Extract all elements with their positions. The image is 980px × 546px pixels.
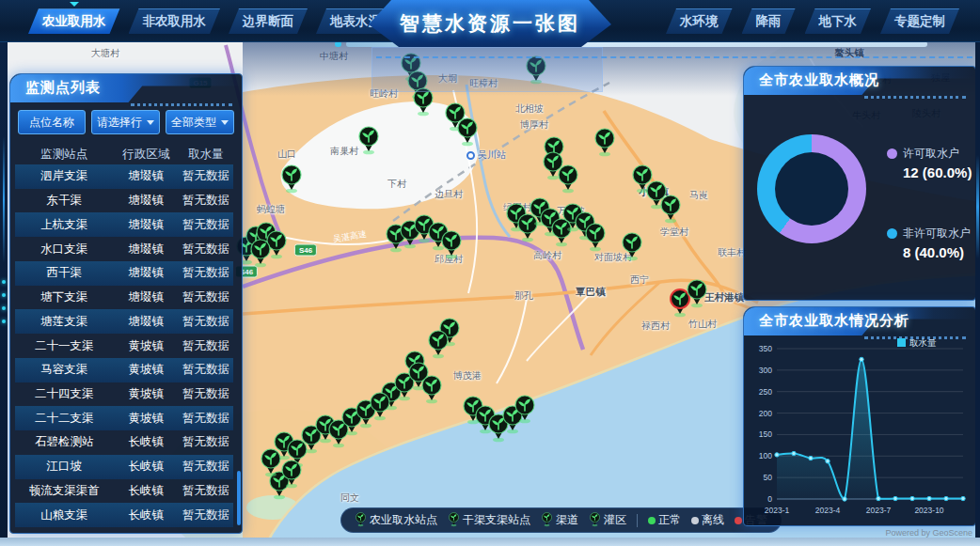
legend-dot-icon — [887, 228, 897, 239]
nav-tab-right-2[interactable]: 降雨 — [742, 8, 796, 34]
cell: 黄坡镇 — [113, 411, 179, 427]
nav-tab-2[interactable]: 非农取用水 — [129, 8, 221, 34]
station-marker[interactable] — [279, 164, 304, 194]
cell: 黄坡镇 — [113, 362, 179, 378]
cell: 塘㙍镇 — [113, 193, 179, 209]
line-chart: 050100150200250300350 2023-12023-42023-7… — [749, 335, 972, 523]
station-marker[interactable] — [620, 231, 644, 261]
app-title-shield: 智慧水资源一张图 — [369, 0, 611, 47]
table-row[interactable]: 二十一支渠黄坡镇暂无数据 — [15, 334, 233, 358]
cell: 暂无数据 — [179, 362, 233, 378]
svg-text:150: 150 — [759, 429, 772, 439]
cell: 暂无数据 — [179, 314, 233, 330]
station-marker[interactable] — [248, 238, 273, 268]
cell: 二十二支渠 — [15, 411, 113, 427]
table-row[interactable]: 东干渠塘㙍镇暂无数据 — [15, 189, 233, 213]
svg-text:200: 200 — [759, 409, 772, 418]
station-marker[interactable] — [368, 391, 392, 421]
cell: 马容支渠 — [15, 362, 113, 378]
cell: 长岐镇 — [113, 459, 179, 475]
station-marker[interactable] — [685, 278, 709, 308]
app-title: 智慧水资源一张图 — [400, 10, 580, 37]
donut-legend: 许可取水户12 (60.0%)非许可取水户8 (40.0%) — [887, 146, 972, 305]
powered-by-credit: Powered by GeoScene — [885, 528, 972, 538]
table-row[interactable]: 马容支渠黄坡镇暂无数据 — [15, 358, 233, 382]
nav-tab-right-3[interactable]: 地下水 — [805, 8, 872, 34]
col-header-intake: 取水量 — [179, 147, 233, 163]
station-marker[interactable] — [556, 164, 580, 194]
cell: 水口支渠 — [15, 242, 113, 257]
station-marker[interactable] — [439, 229, 464, 259]
donut-legend-value: 12 (60.0%) — [903, 164, 972, 180]
cell: 暂无数据 — [179, 434, 233, 450]
cell: 暂无数据 — [179, 459, 233, 475]
station-marker[interactable] — [658, 194, 683, 224]
svg-text:2023-7: 2023-7 — [866, 506, 892, 515]
cell: 塘㙍镇 — [113, 242, 179, 257]
svg-text:取水量: 取水量 — [909, 337, 937, 348]
map-pin-icon — [355, 511, 367, 530]
nav-tab-right-4[interactable]: 专题定制 — [880, 8, 959, 34]
point-name-input[interactable] — [18, 110, 86, 134]
table-row[interactable]: 塘莲支渠塘㙍镇暂无数据 — [15, 309, 233, 334]
cell: 西干渠 — [15, 265, 113, 281]
nav-tab-1[interactable]: 农业取用水 — [28, 8, 120, 34]
station-marker[interactable] — [356, 125, 381, 155]
station-marker[interactable] — [593, 127, 617, 157]
station-marker[interactable] — [411, 86, 435, 117]
table-row[interactable]: 水口支渠塘㙍镇暂无数据 — [15, 237, 233, 261]
station-marker[interactable] — [426, 329, 450, 359]
dashboard: 大塘村中塘村大垌旺樟村鳌头镇腾蛟村独屋旺岭村北相坡博厚村牛头村陵头村山口南巢村下… — [0, 0, 980, 546]
svg-text:300: 300 — [759, 366, 772, 375]
nav-tab-right-1[interactable]: 水环境 — [666, 8, 733, 34]
legend-separator — [637, 514, 638, 527]
map-pin-icon — [589, 511, 601, 530]
cell: 江口坡 — [15, 459, 113, 475]
table-row[interactable]: 二十四支渠黄坡镇暂无数据 — [15, 382, 233, 407]
cell: 暂无数据 — [179, 386, 233, 402]
table-row[interactable]: 山粮支渠长岐镇暂无数据 — [15, 503, 233, 527]
donut-chart — [757, 134, 866, 243]
cell: 塘下支渠 — [15, 289, 113, 305]
monitoring-table-body: 泗岸支渠塘㙍镇暂无数据东干渠塘㙍镇暂无数据上杭支渠塘㙍镇暂无数据水口支渠塘㙍镇暂… — [15, 164, 233, 527]
cell: 长岐镇 — [113, 507, 179, 523]
scrollbar[interactable] — [237, 471, 241, 525]
cell: 暂无数据 — [179, 193, 233, 209]
nav-tabs-right: 水环境降雨地下水专题定制 — [666, 8, 959, 34]
table-row[interactable]: 泗岸支渠塘㙍镇暂无数据 — [15, 164, 233, 189]
svg-text:100: 100 — [759, 451, 772, 460]
nav-tab-3[interactable]: 边界断面 — [229, 8, 308, 34]
cell: 黄坡镇 — [113, 338, 179, 354]
table-row[interactable]: 塘下支渠塘㙍镇暂无数据 — [15, 286, 233, 310]
cell: 顿流支渠渠首 — [15, 483, 113, 499]
donut-hole — [775, 152, 848, 226]
table-row[interactable]: 二十二支渠黄坡镇暂无数据 — [15, 406, 233, 430]
table-row[interactable]: 石碧检测站长岐镇暂无数据 — [15, 430, 233, 455]
type-select[interactable]: 全部类型 — [166, 110, 234, 134]
table-row[interactable]: 顿流支渠渠首长岐镇暂无数据 — [15, 479, 233, 504]
cell: 暂无数据 — [179, 411, 233, 427]
cell: 山粮支渠 — [15, 507, 113, 523]
col-header-station: 监测站点 — [15, 147, 113, 163]
active-tab-indicator-icon — [70, 2, 79, 11]
region-select[interactable]: 请选择行 — [91, 110, 160, 134]
intake-analysis-panel: 全市农业取水情况分析 050100150200250300350 2023-12… — [743, 306, 976, 526]
table-row[interactable]: 上杭支渠塘㙍镇暂无数据 — [15, 212, 233, 237]
table-row[interactable]: 江口坡长岐镇暂无数据 — [15, 455, 233, 479]
station-marker[interactable] — [455, 117, 480, 147]
svg-text:350: 350 — [759, 344, 772, 353]
station-marker[interactable] — [419, 374, 444, 404]
station-marker[interactable] — [513, 394, 537, 424]
table-header: 监测站点 行政区域 取水量 — [15, 144, 233, 164]
cell: 上杭支渠 — [15, 217, 113, 233]
cell: 塘㙍镇 — [113, 168, 179, 184]
table-row[interactable]: 西干渠塘㙍镇暂无数据 — [15, 261, 233, 286]
cell: 暂无数据 — [179, 265, 233, 281]
cell: 塘莲支渠 — [15, 314, 113, 330]
station-marker[interactable] — [279, 459, 304, 489]
station-marker[interactable] — [524, 55, 548, 85]
svg-text:2023-4: 2023-4 — [815, 506, 841, 515]
station-marker[interactable] — [583, 222, 608, 252]
cell: 东干渠 — [15, 193, 113, 209]
cell: 暂无数据 — [179, 483, 233, 499]
